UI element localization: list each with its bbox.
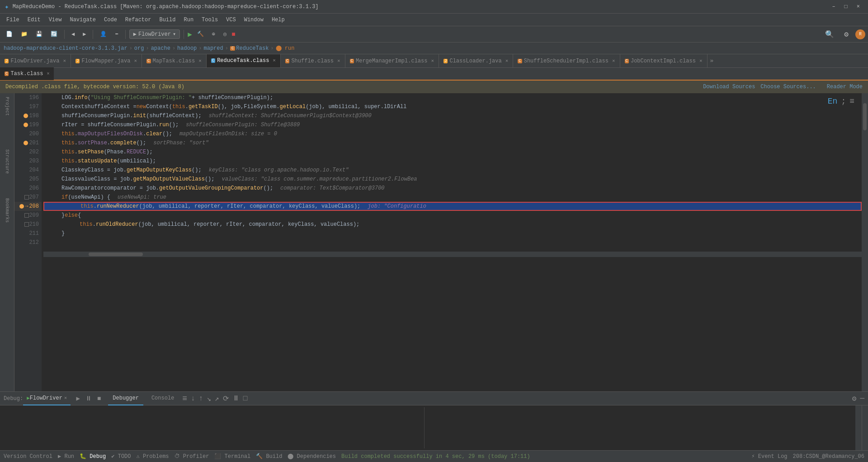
- tab-close-maptask[interactable]: ×: [198, 58, 202, 64]
- tab-task-class[interactable]: C Task.class ×: [0, 67, 54, 80]
- breadcrumb-run[interactable]: ⬤ run: [276, 45, 295, 52]
- tab-close-classloader[interactable]: ×: [505, 58, 509, 64]
- tab-close-flowmapper[interactable]: ×: [134, 58, 137, 64]
- force-step-icon[interactable]: ↗: [215, 394, 219, 403]
- todo-btn[interactable]: ✔ TODO: [111, 453, 131, 460]
- run-config-dropdown[interactable]: ▶ FlowDriver ▾: [129, 29, 180, 39]
- stop-button[interactable]: ■: [231, 31, 235, 38]
- fold-marker-210[interactable]: [24, 222, 29, 227]
- tab-flowdriver[interactable]: J FlowDriver.java ×: [0, 54, 71, 68]
- tab-shufflescheduler[interactable]: C ShuffleSchedulerImpl.class ×: [513, 54, 620, 68]
- menu-navigate[interactable]: Navigate: [66, 16, 99, 24]
- debug-resume-btn[interactable]: ▶: [74, 394, 81, 403]
- evaluate-icon[interactable]: ⟳: [223, 394, 229, 403]
- settings-button[interactable]: ⚙: [841, 29, 852, 40]
- tab-jobcontext[interactable]: C JobContextImpl.class ×: [620, 54, 708, 68]
- debug-pause-btn[interactable]: ⏸: [84, 394, 94, 403]
- menu-build[interactable]: Build: [156, 16, 179, 24]
- tab-reducetask[interactable]: C ReduceTask.class ×: [207, 54, 281, 68]
- toolbar-user-btn[interactable]: 👤: [97, 29, 110, 39]
- debug-settings-icon[interactable]: ⚙: [852, 394, 857, 403]
- breadcrumb-mapred[interactable]: mapred: [204, 45, 223, 52]
- tab-close-shufflescheduler[interactable]: ×: [612, 58, 615, 64]
- coverage-button[interactable]: ⊕: [209, 29, 218, 39]
- tab-close-task[interactable]: ×: [47, 71, 49, 76]
- terminal-btn[interactable]: ⬛ Terminal: [214, 453, 250, 460]
- horizontal-scrollbar-thumb[interactable]: [89, 252, 143, 256]
- user-avatar[interactable]: R: [855, 29, 865, 39]
- download-sources-link[interactable]: Download Sources: [703, 84, 755, 90]
- tab-close-shuffle[interactable]: ×: [337, 58, 340, 64]
- toolbar-save-btn[interactable]: 💾: [33, 29, 46, 39]
- tab-maptask[interactable]: C MapTask.class ×: [142, 54, 207, 68]
- toolbar-sync-btn[interactable]: 🔄: [47, 29, 61, 39]
- dependencies-btn[interactable]: ⬤ Dependencies: [288, 453, 336, 460]
- code-editor[interactable]: LOG.info("Using ShuffleConsumerPlugin: "…: [42, 93, 862, 391]
- build-btn[interactable]: 🔨 Build: [256, 453, 282, 460]
- maximize-button[interactable]: □: [841, 3, 851, 11]
- step-out-icon[interactable]: ↑: [199, 395, 203, 403]
- bookmarks-panel-btn[interactable]: Bookmarks: [5, 198, 9, 223]
- fold-marker-207[interactable]: [24, 195, 29, 200]
- vertical-scrollbar-thumb[interactable]: [863, 103, 867, 130]
- toolbar-new-btn[interactable]: 📄: [3, 29, 16, 39]
- menu-tools[interactable]: Tools: [198, 16, 222, 24]
- breakpoint-201[interactable]: [24, 141, 28, 145]
- console-tab[interactable]: Console: [147, 392, 179, 405]
- event-log-btn[interactable]: ⚡ Event Log: [751, 453, 787, 460]
- menu-view[interactable]: View: [45, 16, 66, 24]
- breakpoint-208[interactable]: [19, 204, 24, 209]
- fold-marker-209[interactable]: [24, 213, 29, 218]
- tab-flowmapper[interactable]: J FlowMapper.java ×: [71, 54, 142, 68]
- menu-window[interactable]: Window: [241, 16, 267, 24]
- step-run-cursor-icon[interactable]: ↘: [207, 394, 211, 403]
- debug-session-close[interactable]: ×: [64, 395, 67, 401]
- menu-refactor[interactable]: Refactor: [122, 16, 155, 24]
- build-button[interactable]: 🔨: [194, 29, 207, 39]
- menu-edit[interactable]: Edit: [24, 16, 44, 24]
- breadcrumb-apache[interactable]: apache: [151, 45, 170, 52]
- profile-button[interactable]: ◎: [220, 29, 230, 39]
- stop-debug-icon[interactable]: □: [243, 395, 248, 403]
- menu-help[interactable]: Help: [268, 16, 288, 24]
- choose-sources-link[interactable]: Choose Sources...: [760, 84, 816, 90]
- menu-code[interactable]: Code: [100, 16, 121, 24]
- toolbar-nav-btn[interactable]: ⬅: [112, 29, 121, 39]
- tab-shuffle[interactable]: C Shuffle.class ×: [281, 54, 345, 68]
- structure-panel-btn[interactable]: Structure: [5, 149, 9, 174]
- toolbar-open-btn[interactable]: 📁: [18, 29, 31, 39]
- toolbar-forward-btn[interactable]: ▶: [80, 29, 89, 39]
- run-status-btn[interactable]: ▶ Run: [58, 453, 74, 460]
- debug-minimize-icon[interactable]: ─: [860, 395, 864, 403]
- toolbar-back-btn[interactable]: ◀: [68, 29, 78, 39]
- debugger-tab[interactable]: Debugger: [108, 392, 143, 405]
- debug-status-btn[interactable]: 🐛 Debug: [80, 453, 106, 460]
- horizontal-scrollbar[interactable]: [43, 252, 862, 257]
- profiler-btn[interactable]: ⏱ Profiler: [175, 453, 209, 460]
- reader-mode-link[interactable]: Reader Mode: [827, 84, 863, 90]
- breakpoint-198[interactable]: [24, 114, 28, 118]
- debug-scrollbar[interactable]: [855, 405, 862, 450]
- minimize-button[interactable]: –: [828, 3, 839, 11]
- tab-mergemanager[interactable]: C MergeManagerImpl.class ×: [345, 54, 439, 68]
- tab-close-flowdriver[interactable]: ×: [63, 58, 66, 64]
- tab-close-mergemanager[interactable]: ×: [431, 58, 434, 64]
- frames-icon[interactable]: ⏸: [232, 394, 240, 403]
- breadcrumb-reducetask[interactable]: C ReduceTask: [230, 45, 269, 52]
- version-control-btn[interactable]: Version Control: [4, 453, 52, 460]
- tab-close-jobcontext[interactable]: ×: [699, 58, 703, 64]
- breadcrumb-jar[interactable]: hadoop-mapreduce-client-core-3.1.3.jar: [4, 45, 127, 52]
- debug-session-tab[interactable]: ▶ FlowDriver ×: [23, 392, 71, 405]
- tab-classloader[interactable]: J ClassLoader.java ×: [439, 54, 513, 68]
- search-button[interactable]: 🔍: [822, 29, 837, 40]
- project-panel-btn[interactable]: Project: [5, 97, 9, 116]
- menu-run[interactable]: Run: [180, 16, 197, 24]
- step-over-icon[interactable]: ≡: [182, 394, 187, 403]
- menu-vcs[interactable]: VCS: [222, 16, 240, 24]
- vertical-scrollbar[interactable]: [862, 93, 868, 391]
- tab-close-reducetask[interactable]: ×: [273, 58, 276, 63]
- menu-file[interactable]: File: [3, 16, 23, 24]
- run-button[interactable]: ▶: [188, 30, 192, 39]
- breadcrumb-org[interactable]: org: [134, 45, 144, 52]
- tabs-more-button[interactable]: »: [708, 57, 717, 64]
